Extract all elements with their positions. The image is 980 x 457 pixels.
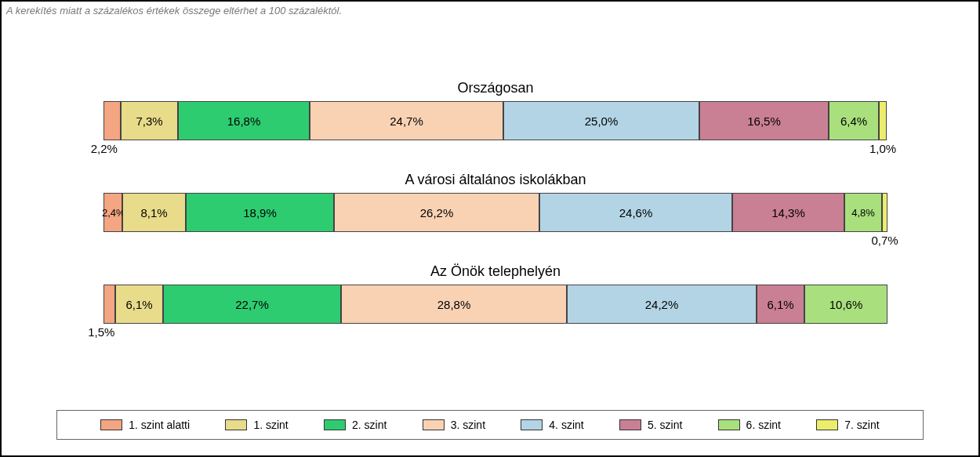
seg-6: 6,4% xyxy=(829,101,879,140)
seg-2: 18,9% xyxy=(186,193,334,232)
seg-4: 25,0% xyxy=(503,101,699,140)
legend-item: 6. szint xyxy=(718,419,781,431)
swatch-icon xyxy=(718,419,740,430)
legend-item: 1. szint alatti xyxy=(100,419,190,431)
seg-label: 8,1% xyxy=(140,206,167,219)
seg-4: 24,6% xyxy=(539,193,732,232)
seg-3: 26,2% xyxy=(334,193,539,232)
seg-5: 6,1% xyxy=(757,285,804,324)
swatch-icon xyxy=(225,419,247,430)
seg-3: 28,8% xyxy=(341,285,567,324)
seg-label: 7,3% xyxy=(136,114,162,128)
seg-2: 22,7% xyxy=(163,285,341,324)
seg-1: 8,1% xyxy=(122,193,186,232)
seg-label: 24,6% xyxy=(619,206,653,219)
seg-label: 18,9% xyxy=(243,206,277,219)
seg-2: 16,8% xyxy=(178,101,310,140)
legend-label: 1. szint alatti xyxy=(129,419,190,431)
swatch-icon xyxy=(816,419,838,430)
seg-4: 24,2% xyxy=(567,285,757,324)
swatch-icon xyxy=(619,419,641,430)
swatch-icon xyxy=(324,419,346,430)
swatch-icon xyxy=(423,419,445,430)
seg-1: 7,3% xyxy=(121,101,178,140)
seg-below-label: 2,2% xyxy=(91,142,118,155)
seg-label: 4,8% xyxy=(851,207,875,219)
bar-title: Az Önök telephelyén xyxy=(103,263,887,280)
seg-7: 0,7% 0,7% xyxy=(882,193,887,232)
legend-label: 2. szint xyxy=(352,419,387,431)
legend-label: 5. szint xyxy=(648,419,682,431)
seg-5: 16,5% xyxy=(699,101,829,140)
seg-6: 10,6% xyxy=(804,285,887,324)
legend-item: 7. szint xyxy=(816,419,879,431)
seg-1-alatti: 2,4% xyxy=(103,193,122,232)
legend-item: 4. szint xyxy=(521,419,583,431)
bar-group-varosi: A városi általános iskolákban 2,4% 8,1% … xyxy=(103,172,887,232)
chart-frame: A kerekítés miatt a százalékos értékek ö… xyxy=(0,0,980,457)
seg-label: 6,1% xyxy=(767,298,793,311)
legend-item: 1. szint xyxy=(225,419,288,431)
seg-1-alatti: 1,5% 1,5% xyxy=(103,285,115,324)
seg-below-label: 1,0% xyxy=(869,142,896,155)
bar-group-onok: Az Önök telephelyén 1,5% 1,5% 6,1% 22,7%… xyxy=(103,263,887,324)
seg-3: 24,7% xyxy=(310,101,503,140)
seg-label: 24,7% xyxy=(390,114,423,128)
seg-label: 24,2% xyxy=(645,298,679,311)
bar-title: Országosan xyxy=(103,80,887,96)
legend-item: 2. szint xyxy=(324,419,387,431)
seg-5: 14,3% xyxy=(732,193,844,232)
stacked-bar: 2,2% 2,2% 7,3% 16,8% 24,7% 25,0% 16,5% 6… xyxy=(103,101,887,140)
seg-6: 4,8% xyxy=(844,193,882,232)
seg-7: 1,0% 1,0% xyxy=(879,101,887,140)
seg-label: 26,2% xyxy=(420,206,454,219)
legend-label: 7. szint xyxy=(844,419,879,431)
legend-label: 4. szint xyxy=(549,419,583,431)
swatch-icon xyxy=(100,419,122,430)
seg-below-label: 0,7% xyxy=(871,234,898,247)
seg-1: 6,1% xyxy=(115,285,163,324)
swatch-icon xyxy=(521,419,543,430)
seg-below-label: 1,5% xyxy=(88,325,114,339)
legend-label: 3. szint xyxy=(451,419,485,431)
seg-label: 16,8% xyxy=(227,114,261,128)
legend-label: 6. szint xyxy=(746,419,781,431)
stacked-bar: 2,4% 8,1% 18,9% 26,2% 24,6% 14,3% 4,8% 0… xyxy=(103,193,887,232)
seg-label: 6,4% xyxy=(840,114,867,128)
legend-label: 1. szint xyxy=(253,419,288,431)
seg-label: 14,3% xyxy=(771,206,805,219)
legend: 1. szint alatti 1. szint 2. szint 3. szi… xyxy=(56,410,924,440)
legend-item: 3. szint xyxy=(423,419,485,431)
seg-label: 22,7% xyxy=(235,298,269,311)
seg-label: 25,0% xyxy=(585,114,619,128)
chart-area: Országosan 2,2% 2,2% 7,3% 16,8% 24,7% 25… xyxy=(103,80,887,355)
bar-group-orszagosan: Országosan 2,2% 2,2% 7,3% 16,8% 24,7% 25… xyxy=(103,80,887,140)
seg-label: 10,6% xyxy=(829,298,863,311)
seg-label: 28,8% xyxy=(437,298,471,311)
stacked-bar: 1,5% 1,5% 6,1% 22,7% 28,8% 24,2% 6,1% 10… xyxy=(103,285,887,324)
legend-item: 5. szint xyxy=(619,419,682,431)
rounding-note: A kerekítés miatt a százalékos értékek ö… xyxy=(6,5,342,16)
seg-label: 6,1% xyxy=(125,298,152,311)
seg-1-alatti: 2,2% 2,2% xyxy=(103,101,121,140)
bar-title: A városi általános iskolákban xyxy=(103,172,887,188)
seg-label: 16,5% xyxy=(747,114,781,128)
